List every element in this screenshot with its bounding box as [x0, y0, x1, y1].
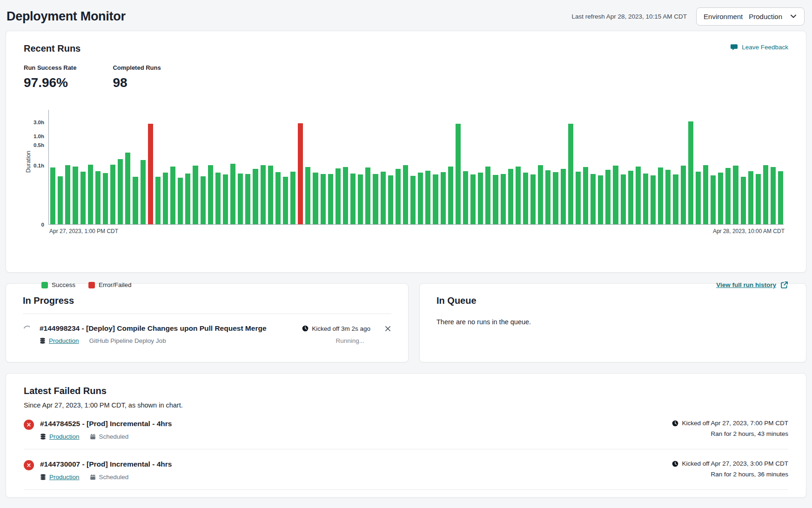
chart-bar-success[interactable] — [410, 176, 416, 225]
chart-bar-success[interactable] — [373, 174, 378, 224]
chart-bar-success[interactable] — [718, 173, 723, 224]
view-full-run-history-link[interactable]: View full run history — [716, 281, 788, 289]
chart-bar-success[interactable] — [223, 174, 228, 224]
chart-bar-success[interactable] — [433, 174, 438, 224]
chart-bar-success[interactable] — [305, 167, 310, 224]
chart-bar-success[interactable] — [403, 165, 408, 224]
chart-bar-success[interactable] — [253, 169, 258, 224]
chart-bar-success[interactable] — [73, 167, 78, 224]
in-progress-run-title[interactable]: #144998234 - [Deploy] Compile Changes up… — [40, 324, 302, 333]
chart-bar-success[interactable] — [583, 167, 588, 224]
chart-bar-success[interactable] — [245, 174, 250, 224]
chart-bar-success[interactable] — [261, 165, 266, 224]
chart-bar-success[interactable] — [463, 171, 468, 224]
environment-link[interactable]: Production — [49, 337, 79, 344]
chart-bar-success[interactable] — [771, 167, 776, 224]
chart-bar-success[interactable] — [170, 167, 175, 224]
chart-bar-success[interactable] — [58, 176, 63, 224]
chart-bar-success[interactable] — [688, 121, 693, 224]
chart-bar-success[interactable] — [95, 171, 101, 224]
chart-bar-success[interactable] — [470, 174, 476, 224]
chart-bar-success[interactable] — [733, 166, 738, 224]
environment-link[interactable]: Production — [49, 474, 80, 481]
chart-bar-success[interactable] — [178, 178, 183, 225]
chart-bar-success[interactable] — [681, 166, 686, 224]
chart-bar-success[interactable] — [81, 172, 86, 224]
chart-bar-success[interactable] — [328, 174, 333, 224]
chart-bar-success[interactable] — [628, 171, 633, 224]
chart-bar-success[interactable] — [613, 166, 618, 224]
chart-bar-success[interactable] — [478, 173, 483, 224]
chart-bar-success[interactable] — [425, 171, 430, 224]
chart-bar-success[interactable] — [50, 167, 55, 224]
chart-bar-success[interactable] — [553, 172, 558, 224]
chart-bar-success[interactable] — [778, 171, 783, 224]
failed-run-title[interactable]: #144784525 - [Prod] Incremental - 4hrs — [40, 420, 672, 428]
chart-bar-success[interactable] — [748, 171, 753, 224]
leave-feedback-link[interactable]: Leave Feedback — [730, 43, 788, 51]
chart-bar-success[interactable] — [605, 170, 611, 224]
chart-bar-success[interactable] — [65, 165, 70, 224]
chart-bar-success[interactable] — [381, 172, 386, 224]
chart-bar-success[interactable] — [523, 173, 528, 224]
chart-bar-success[interactable] — [343, 167, 348, 225]
chart-bar-success[interactable] — [673, 174, 678, 224]
chart-bar-success[interactable] — [88, 165, 93, 224]
chart-bar-success[interactable] — [516, 167, 521, 224]
chart-bar-success[interactable] — [290, 172, 295, 224]
chart-bar-success[interactable] — [230, 164, 235, 224]
chart-bar-success[interactable] — [163, 173, 168, 224]
chart-bar-success[interactable] — [365, 167, 370, 224]
chart-bar-success[interactable] — [561, 169, 566, 224]
chart-bar-success[interactable] — [763, 165, 768, 224]
chart-bar-failed[interactable] — [298, 123, 303, 224]
chart-bar-success[interactable] — [568, 124, 573, 224]
environment-dropdown[interactable]: Environment Production — [696, 7, 805, 26]
chart-bar-success[interactable] — [283, 177, 288, 224]
chart-bar-success[interactable] — [155, 177, 161, 224]
chart-bar-success[interactable] — [448, 167, 453, 224]
chart-bar-success[interactable] — [651, 175, 656, 224]
chart-bar-success[interactable] — [185, 174, 190, 224]
chart-bar-success[interactable] — [238, 174, 243, 224]
chart-bar-success[interactable] — [201, 176, 206, 224]
chart-bar-success[interactable] — [493, 175, 498, 224]
chart-bar-success[interactable] — [530, 174, 536, 224]
chart-bar-success[interactable] — [118, 159, 123, 224]
chart-bar-success[interactable] — [508, 169, 513, 224]
chart-bar-success[interactable] — [658, 167, 663, 224]
chart-bar-failed[interactable] — [148, 124, 153, 224]
chart-bar-success[interactable] — [485, 167, 490, 224]
chart-bar-success[interactable] — [215, 173, 221, 224]
chart-bar-success[interactable] — [125, 153, 130, 224]
chart-bar-success[interactable] — [696, 172, 701, 224]
chart-bar-success[interactable] — [591, 174, 596, 224]
chart-bar-success[interactable] — [621, 174, 626, 224]
chart-bar-success[interactable] — [110, 165, 115, 224]
chart-bar-success[interactable] — [358, 174, 363, 224]
chart-bar-success[interactable] — [501, 174, 506, 224]
chart-bar-success[interactable] — [141, 160, 146, 224]
chart-bar-success[interactable] — [208, 165, 213, 224]
chart-bar-success[interactable] — [350, 174, 356, 224]
chart-bar-success[interactable] — [441, 172, 446, 224]
chart-bar-success[interactable] — [576, 172, 581, 224]
chart-bar-success[interactable] — [636, 167, 641, 224]
chart-bar-success[interactable] — [456, 124, 461, 224]
chart-bar-success[interactable] — [756, 174, 761, 224]
chart-bar-success[interactable] — [598, 175, 603, 224]
chart-bar-success[interactable] — [396, 169, 401, 224]
environment-link[interactable]: Production — [49, 433, 80, 440]
close-icon[interactable] — [384, 325, 391, 332]
chart-bar-success[interactable] — [741, 177, 746, 224]
chart-bar-success[interactable] — [711, 175, 716, 224]
chart-bar-success[interactable] — [103, 173, 108, 224]
chart-bar-success[interactable] — [275, 172, 281, 224]
chart-bar-success[interactable] — [643, 174, 648, 224]
chart-bar-success[interactable] — [703, 165, 708, 224]
chart-bar-success[interactable] — [133, 177, 138, 224]
chart-bar-success[interactable] — [418, 173, 423, 224]
chart-bar-success[interactable] — [725, 168, 731, 224]
chart-bar-success[interactable] — [665, 170, 671, 224]
chart-bar-success[interactable] — [193, 166, 198, 224]
